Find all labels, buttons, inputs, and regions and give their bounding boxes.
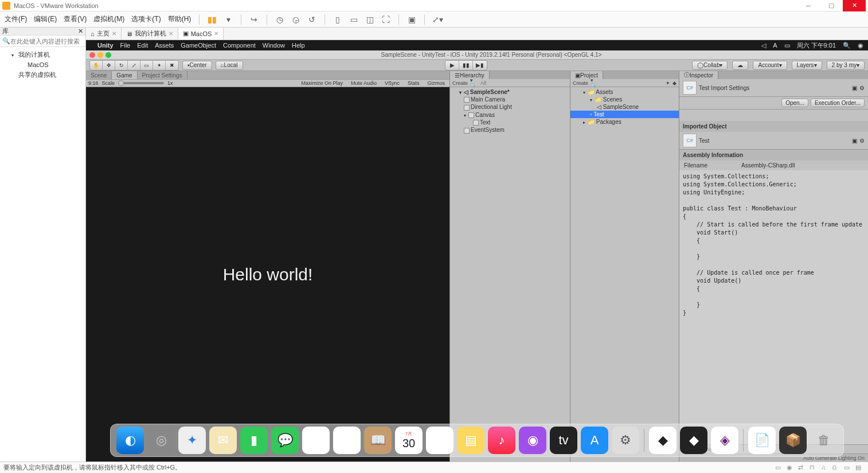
play-button[interactable]: ▶ <box>445 61 459 70</box>
hierarchy-text[interactable]: Text <box>450 119 570 126</box>
step-button[interactable]: ▶▮ <box>473 61 487 70</box>
rect-tool-icon[interactable]: ▭ <box>140 61 153 70</box>
account-button[interactable]: Account ▾ <box>753 61 787 70</box>
tree-my-computer[interactable]: 我的计算机 <box>0 49 85 60</box>
project-assets[interactable]: ▾📁 Assets <box>570 88 679 96</box>
safari-icon[interactable]: ✦ <box>178 427 206 454</box>
menu-file[interactable]: File <box>120 42 131 49</box>
gear-icon[interactable]: ⚙ <box>859 85 865 91</box>
launchpad-icon[interactable]: ◎ <box>147 427 175 454</box>
menu-vm[interactable]: 虚拟机(M) <box>93 14 124 24</box>
project-search[interactable] <box>599 80 663 86</box>
appstore-icon[interactable]: A <box>581 427 608 454</box>
tab-scene[interactable]: Scene <box>86 71 112 79</box>
sound-icon[interactable]: ♫ <box>821 464 830 472</box>
max-traffic-icon[interactable] <box>105 52 111 58</box>
trash-icon[interactable]: 🗑 <box>810 427 838 454</box>
gear-icon[interactable]: ⚙ <box>859 138 865 144</box>
search-icon[interactable]: 🔍 <box>843 42 851 49</box>
tab-inspector[interactable]: ⓘ Inspector <box>679 71 718 79</box>
opt-mute[interactable]: Mute Audio <box>349 80 379 86</box>
opt-gizmos[interactable]: Gizmos <box>425 80 447 86</box>
tab-mycomputer[interactable]: 🖥 我的计算机 ✕ <box>122 28 178 40</box>
layout-button[interactable]: 2 by 3 my ▾ <box>827 61 865 70</box>
pause-icon[interactable]: ▮▮ <box>208 15 217 24</box>
view-mode2-icon[interactable]: ▭ <box>349 15 358 24</box>
hierarchy-eventsystem[interactable]: EventSystem <box>450 126 570 134</box>
unity-hub-icon[interactable]: ◆ <box>649 427 677 454</box>
menu-assets[interactable]: Assets <box>155 42 174 49</box>
menu-edit[interactable]: Edit <box>137 42 148 49</box>
display-icon[interactable]: ▭ <box>844 464 853 472</box>
unity-mode-icon[interactable]: ▣ <box>407 15 416 24</box>
hierarchy-directional-light[interactable]: Directional Light <box>450 103 570 111</box>
project-scenes[interactable]: ▾📁 Scenes <box>570 96 679 103</box>
send-icon[interactable]: ↪ <box>249 15 259 24</box>
clock[interactable]: 周六 下午9:01 <box>797 41 836 50</box>
music-icon[interactable]: ♪ <box>488 427 515 454</box>
finder-icon[interactable]: ◐ <box>116 427 144 454</box>
usb-icon[interactable]: ⊓ <box>810 464 819 472</box>
unity-status-icon[interactable]: ◁ <box>761 42 766 49</box>
stretch-icon[interactable]: ⤢▾ <box>433 15 442 24</box>
move-tool-icon[interactable]: ✥ <box>103 61 115 70</box>
scale-slider[interactable] <box>118 82 164 84</box>
close-icon[interactable]: ✕ <box>214 30 218 37</box>
visualstudio-icon[interactable]: ◈ <box>711 427 738 454</box>
min-traffic-icon[interactable] <box>97 52 103 58</box>
project-test-script[interactable]: ▫ Test <box>570 111 679 118</box>
disk-icon[interactable]: ▭ <box>775 464 784 472</box>
net-icon[interactable]: ⇄ <box>798 464 807 472</box>
opt-stats[interactable]: Stats <box>405 80 422 86</box>
scale-tool-icon[interactable]: ⤢ <box>128 61 140 70</box>
downloads-icon[interactable]: 📄 <box>748 427 776 454</box>
tv-icon[interactable]: tv <box>550 427 577 454</box>
rotate-tool-icon[interactable]: ↻ <box>115 61 128 70</box>
menu-window[interactable]: Window <box>263 42 285 49</box>
tag-icon[interactable]: ◆ <box>672 80 677 86</box>
project-packages[interactable]: ▸📁 Packages <box>570 118 679 126</box>
menu-help[interactable]: Help <box>292 42 305 49</box>
pause-button[interactable]: ▮▮ <box>459 61 473 70</box>
close-icon[interactable]: ✕ <box>169 30 173 37</box>
library-search[interactable]: 🔍 <box>0 36 85 47</box>
cloud-button[interactable]: ☁ <box>732 61 748 70</box>
tab-macos[interactable]: ▣ MacOS ✕ <box>178 28 224 40</box>
dropdown-icon[interactable]: ▾ <box>224 15 233 24</box>
printer-icon[interactable]: ⎙ <box>832 464 842 472</box>
tree-macos[interactable]: MacOS <box>0 60 85 69</box>
contacts-icon[interactable]: 📖 <box>364 427 392 454</box>
snapshot-mgr-icon[interactable]: ◶ <box>291 15 300 24</box>
minimize-button[interactable]: ─ <box>797 0 820 11</box>
maximize-button[interactable]: ▢ <box>820 0 843 11</box>
open-button[interactable]: Open... <box>781 99 808 107</box>
library-search-input[interactable] <box>10 38 83 45</box>
menu-file[interactable]: 文件(F) <box>5 14 27 24</box>
hand-tool-icon[interactable]: ✋ <box>90 61 103 70</box>
tab-project[interactable]: ▣ Project <box>570 71 603 79</box>
aspect-dropdown[interactable]: 9:16 <box>88 80 99 86</box>
project-samplescene[interactable]: ◁ SampleScene <box>570 103 679 111</box>
filter-icon[interactable]: ✦ <box>666 80 670 86</box>
snapshot-icon[interactable]: ◷ <box>275 15 284 24</box>
hierarchy-canvas[interactable]: ▾Canvas <box>450 111 570 119</box>
layers-button[interactable]: Layers ▾ <box>792 61 822 70</box>
settings-icon[interactable]: ⚙ <box>612 427 639 454</box>
menu-unity[interactable]: Unity <box>97 42 114 49</box>
pivot-center-button[interactable]: ▪ Center <box>182 61 212 70</box>
project-create[interactable]: Create <box>573 80 588 86</box>
close-icon[interactable]: ✕ <box>78 28 83 35</box>
msg-icon[interactable]: ▤ <box>855 464 865 472</box>
view-mode3-icon[interactable]: ◫ <box>365 15 374 24</box>
execution-order-button[interactable]: Execution Order... <box>811 99 865 107</box>
messages-icon[interactable]: 💬 <box>271 427 299 454</box>
folder-icon[interactable]: 📦 <box>779 427 807 454</box>
transform-tool-icon[interactable]: ✦ <box>153 61 166 70</box>
reminders-icon[interactable]: ☰ <box>426 427 453 454</box>
tab-project-settings[interactable]: Project Settings <box>138 71 187 79</box>
menu-gameobject[interactable]: GameObject <box>181 42 216 49</box>
lang-icon[interactable]: A <box>773 42 777 49</box>
close-button[interactable]: ✕ <box>843 0 866 11</box>
opt-vsync[interactable]: VSync <box>382 80 402 86</box>
pivot-local-button[interactable]: ⌂ Local <box>216 61 243 70</box>
